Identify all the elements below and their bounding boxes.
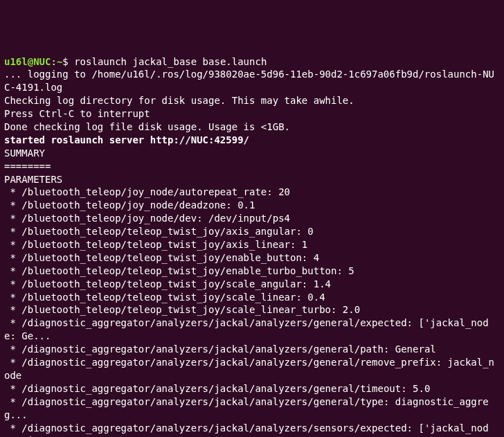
parameter-line: * /bluetooth_teleop/teleop_twist_joy/axi… bbox=[4, 225, 500, 238]
parameter-line: * /diagnostic_aggregator/analyzers/jacka… bbox=[4, 422, 500, 438]
parameter-line: * /bluetooth_teleop/teleop_twist_joy/ena… bbox=[4, 251, 500, 265]
output-line: Press Ctrl-C to interrupt bbox=[4, 107, 500, 121]
parameter-line: * /bluetooth_teleop/teleop_twist_joy/sca… bbox=[4, 291, 500, 304]
summary-divider: ======== bbox=[4, 160, 500, 173]
terminal-output[interactable]: u16l@NUC:~$ roslaunch jackal_base base.l… bbox=[4, 55, 500, 437]
prompt-user-host: u16l@NUC bbox=[4, 56, 51, 67]
prompt-separator: : bbox=[51, 56, 56, 67]
parameter-line: * /diagnostic_aggregator/analyzers/jacka… bbox=[4, 316, 500, 343]
summary-header: SUMMARY bbox=[4, 147, 500, 160]
parameter-line: * /bluetooth_teleop/teleop_twist_joy/ena… bbox=[4, 265, 500, 278]
parameter-line: * /bluetooth_teleop/joy_node/dev: /dev/i… bbox=[4, 212, 500, 225]
parameter-line: * /bluetooth_teleop/joy_node/deadzone: 0… bbox=[4, 199, 500, 212]
output-line: Checking log directory for disk usage. T… bbox=[4, 94, 500, 107]
prompt-dollar: $ bbox=[62, 56, 74, 67]
parameter-line: * /bluetooth_teleop/teleop_twist_joy/axi… bbox=[4, 238, 500, 251]
parameter-line: * /diagnostic_aggregator/analyzers/jacka… bbox=[4, 356, 500, 382]
parameters-header: PARAMETERS bbox=[4, 173, 500, 186]
parameter-line: * /bluetooth_teleop/teleop_twist_joy/sca… bbox=[4, 303, 500, 316]
parameter-line: * /diagnostic_aggregator/analyzers/jacka… bbox=[4, 343, 500, 356]
started-server-line: started roslaunch server http://NUC:4259… bbox=[4, 134, 500, 147]
parameter-line: * /diagnostic_aggregator/analyzers/jacka… bbox=[4, 395, 500, 422]
parameter-line: * /bluetooth_teleop/teleop_twist_joy/sca… bbox=[4, 278, 500, 291]
command-text: roslaunch jackal_base base.launch bbox=[74, 56, 267, 67]
prompt-line: u16l@NUC:~$ roslaunch jackal_base base.l… bbox=[4, 55, 500, 69]
parameter-line: * /bluetooth_teleop/joy_node/autorepeat_… bbox=[4, 186, 500, 199]
output-line: Done checking log file disk usage. Usage… bbox=[4, 121, 500, 134]
parameter-line: * /diagnostic_aggregator/analyzers/jacka… bbox=[4, 382, 500, 395]
output-line: ... logging to /home/u16l/.ros/log/93802… bbox=[4, 68, 500, 94]
